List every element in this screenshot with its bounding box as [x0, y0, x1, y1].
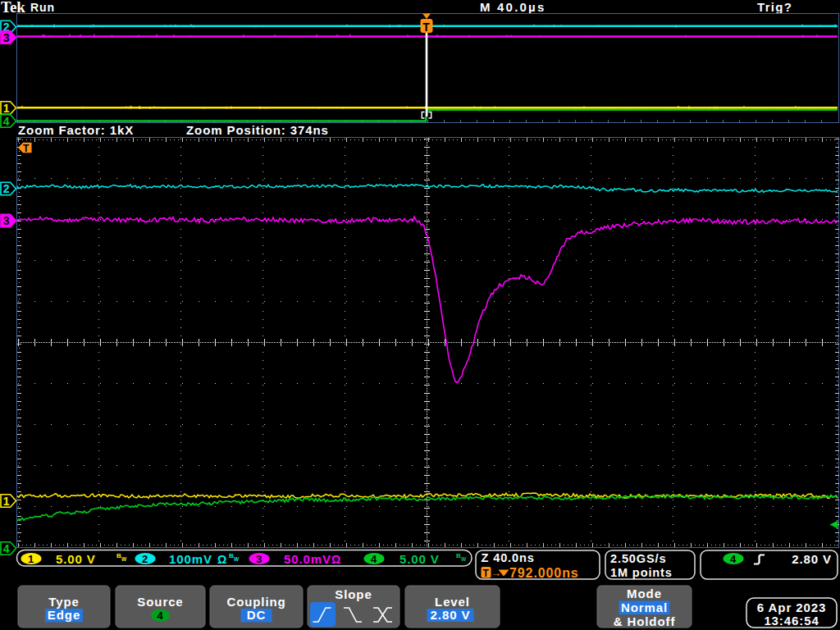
svg-text:4: 4 [3, 542, 11, 555]
svg-text:792.000ns: 792.000ns [509, 566, 579, 580]
svg-text:DC: DC [247, 608, 266, 622]
svg-text:Level: Level [435, 595, 470, 609]
svg-text:3: 3 [256, 553, 262, 565]
svg-text:5.00 V: 5.00 V [56, 552, 96, 566]
svg-text:M 40.0µs: M 40.0µs [480, 0, 546, 14]
svg-text:100mV: 100mV [169, 552, 212, 566]
svg-text:4: 4 [730, 553, 737, 565]
svg-text:2: 2 [142, 553, 148, 565]
svg-text:1: 1 [3, 102, 11, 115]
svg-text:Ω: Ω [331, 553, 341, 566]
svg-text:T: T [23, 143, 30, 154]
svg-text:T: T [482, 568, 489, 579]
svg-text:4: 4 [157, 609, 163, 622]
svg-text:& Holdoff: & Holdoff [614, 614, 676, 628]
svg-text:4: 4 [371, 553, 377, 565]
svg-text:Mode: Mode [627, 587, 662, 600]
svg-text:1M points: 1M points [610, 566, 673, 579]
svg-text:W: W [461, 556, 467, 562]
svg-text:Type: Type [48, 595, 80, 609]
svg-text:Trig?: Trig? [757, 0, 792, 14]
svg-text:W: W [234, 556, 240, 562]
svg-text:6 Apr 2023: 6 Apr 2023 [757, 600, 826, 614]
svg-text:Zoom Position: 374ns: Zoom Position: 374ns [186, 123, 329, 137]
svg-text:2.80 V: 2.80 V [792, 552, 832, 566]
svg-text:→: → [491, 567, 502, 579]
svg-text:3: 3 [3, 214, 11, 227]
svg-text:Edge: Edge [48, 608, 80, 622]
svg-text:W: W [121, 556, 127, 562]
svg-text:2.80 V: 2.80 V [431, 608, 471, 622]
svg-text:Run: Run [30, 1, 55, 14]
svg-text:Normal: Normal [621, 600, 668, 614]
svg-text:Zoom Factor: 1kX: Zoom Factor: 1kX [18, 123, 134, 137]
svg-text:2: 2 [3, 182, 11, 195]
svg-text:1: 1 [28, 553, 34, 565]
svg-text:T: T [422, 21, 430, 34]
svg-text:1: 1 [3, 495, 11, 508]
svg-text:Source: Source [137, 595, 183, 609]
svg-text:Slope: Slope [335, 587, 372, 601]
svg-text:Z 40.0ns: Z 40.0ns [482, 551, 535, 564]
svg-text:3: 3 [3, 31, 11, 44]
svg-text:13:46:54: 13:46:54 [764, 614, 819, 628]
svg-text:50.0mV: 50.0mV [284, 552, 331, 566]
svg-text:2.50GS/s: 2.50GS/s [610, 552, 666, 565]
svg-text:Coupling: Coupling [226, 595, 285, 609]
svg-text:5.00 V: 5.00 V [399, 552, 440, 566]
svg-text:4: 4 [3, 115, 11, 128]
svg-text:Ω: Ω [217, 553, 227, 566]
